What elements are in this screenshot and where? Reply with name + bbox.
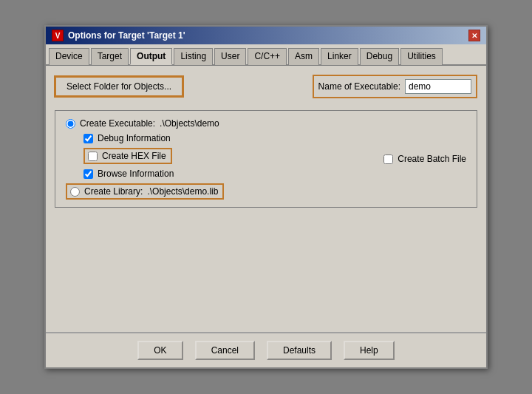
tab-cpp[interactable]: C/C++: [248, 48, 287, 65]
create-batch-label: Create Batch File: [398, 154, 466, 164]
title-bar-left: V Options for Target 'Target 1': [52, 30, 185, 41]
tab-content: Select Folder for Objects... Name of Exe…: [46, 66, 486, 332]
defaults-button[interactable]: Defaults: [267, 341, 332, 360]
create-exec-radio[interactable]: [66, 119, 75, 129]
debug-info-checkbox[interactable]: [83, 134, 93, 143]
name-exec-label: Name of Executable:: [318, 81, 400, 92]
create-library-label: Create Library:: [84, 186, 143, 197]
create-exec-row: Create Executable: .\Objects\demo: [66, 118, 466, 129]
create-library-path: .\Objects\demo.lib: [147, 186, 218, 197]
browse-info-checkbox[interactable]: [83, 169, 93, 179]
ok-button[interactable]: OK: [137, 341, 183, 360]
create-exec-label: Create Executable:: [80, 118, 155, 129]
create-library-row: Create Library: .\Objects\demo.lib: [66, 183, 224, 200]
tab-asm[interactable]: Asm: [288, 48, 319, 65]
debug-info-label: Debug Information: [98, 133, 171, 143]
debug-info-row: Debug Information: [83, 133, 466, 143]
tab-debug[interactable]: Debug: [360, 48, 399, 65]
tab-output[interactable]: Output: [130, 48, 172, 65]
help-button[interactable]: Help: [344, 341, 395, 360]
tab-target[interactable]: Target: [91, 48, 129, 65]
create-library-radio[interactable]: [70, 187, 80, 197]
name-exec-group: Name of Executable:: [313, 75, 477, 98]
tab-linker[interactable]: Linker: [321, 48, 358, 65]
footer-buttons: OK Cancel Defaults Help: [46, 333, 486, 367]
cancel-button[interactable]: Cancel: [195, 341, 255, 360]
app-icon: V: [52, 30, 64, 41]
title-bar: V Options for Target 'Target 1' ✕: [46, 27, 486, 44]
create-hex-label: Create HEX File: [102, 151, 166, 161]
create-batch-section: Create Batch File: [383, 154, 466, 164]
window-title: Options for Target 'Target 1': [68, 30, 185, 41]
create-batch-checkbox[interactable]: [383, 154, 393, 164]
options-group: Create Executable: .\Objects\demo Debug …: [55, 110, 477, 208]
tab-utilities[interactable]: Utilities: [400, 48, 443, 65]
tab-listing[interactable]: Listing: [174, 48, 213, 65]
create-hex-row: Create HEX File: [83, 148, 172, 164]
main-window: V Options for Target 'Target 1' ✕ Device…: [44, 25, 488, 369]
browse-info-row: Browse Information: [83, 169, 466, 179]
browse-info-label: Browse Information: [98, 169, 174, 179]
close-button[interactable]: ✕: [468, 30, 480, 41]
create-hex-checkbox[interactable]: [88, 152, 98, 161]
select-folder-button[interactable]: Select Folder for Objects...: [55, 76, 183, 97]
tabs-bar: Device Target Output Listing User C/C++ …: [46, 44, 486, 66]
tab-device[interactable]: Device: [49, 48, 89, 65]
top-row: Select Folder for Objects... Name of Exe…: [55, 75, 477, 98]
name-exec-input[interactable]: [405, 79, 471, 94]
tab-user[interactable]: User: [214, 48, 246, 65]
create-exec-path: .\Objects\demo: [160, 118, 219, 129]
